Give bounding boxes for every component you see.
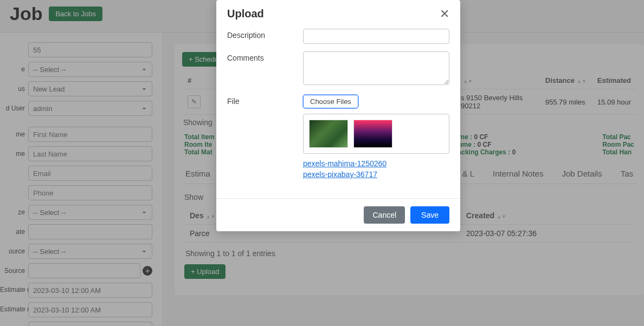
upload-modal: Upload ✕ Description Comments File Choos… (216, 0, 460, 231)
description-input[interactable] (303, 29, 449, 44)
save-button[interactable]: Save (410, 206, 449, 224)
label-description: Description (227, 29, 303, 44)
close-icon[interactable]: ✕ (440, 8, 449, 20)
file-link-1[interactable]: pexels-mahima-1250260 (303, 159, 449, 168)
label-comments: Comments (227, 51, 303, 87)
file-link-2[interactable]: pexels-pixabay-36717 (303, 170, 449, 179)
modal-title: Upload (227, 8, 264, 20)
file-preview-box (303, 114, 449, 154)
label-file: File (227, 95, 303, 181)
thumbnail-1 (309, 120, 348, 148)
comments-textarea[interactable] (303, 51, 449, 85)
cancel-button[interactable]: Cancel (364, 206, 405, 224)
thumbnail-2 (353, 120, 392, 148)
choose-files-button[interactable]: Choose Files (303, 95, 358, 108)
